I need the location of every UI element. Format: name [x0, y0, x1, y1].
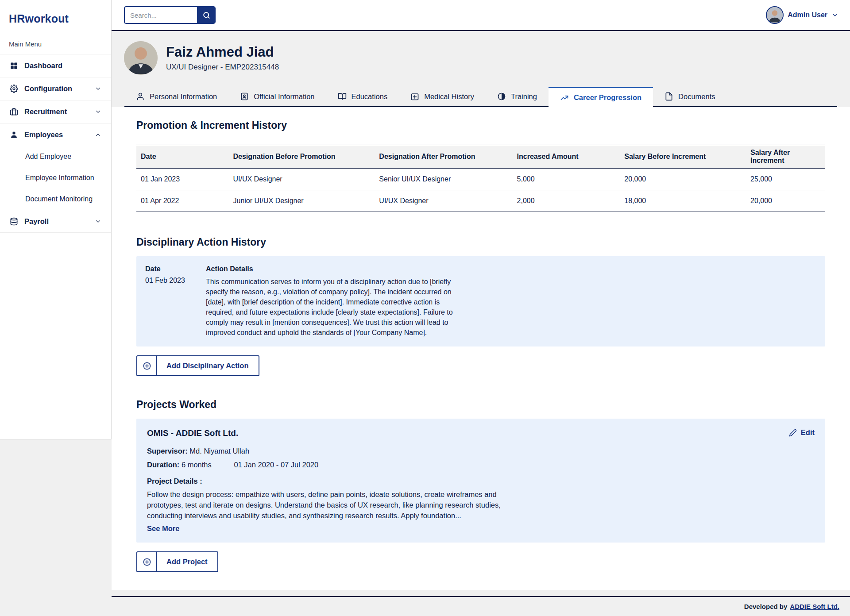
page-footer: Developed by ADDIE Soft Ltd. — [112, 596, 850, 616]
add-disciplinary-action-button[interactable]: Add Disciplinary Action — [136, 355, 259, 376]
project-duration-line: Duration: 6 months 01 Jan 2020 - 07 Jul … — [147, 461, 815, 469]
cell-designation-after: UI/UX Designer — [375, 190, 512, 212]
tab-training[interactable]: Training — [486, 87, 549, 106]
add-project-button[interactable]: Add Project — [136, 551, 218, 572]
brand-logo[interactable]: HRworkout — [0, 0, 111, 25]
gear-icon — [10, 85, 18, 93]
tab-career-progression[interactable]: Career Progression — [549, 87, 653, 107]
cell-date: 01 Apr 2022 — [136, 190, 229, 212]
user-avatar — [766, 6, 784, 24]
employee-avatar — [124, 41, 158, 75]
column-header: Salary After Increment — [746, 145, 825, 169]
main-content: Faiz Ahmed Jiad UX/UI Designer - EMP2023… — [112, 31, 850, 616]
sidebar-item-label: Recruitment — [24, 108, 67, 116]
footer-link[interactable]: ADDIE Soft Ltd. — [790, 603, 839, 610]
project-supervisor-line: Supervisor: Md. Niyamat Ullah — [147, 447, 815, 455]
sidebar-menu-bottom: Payroll — [0, 210, 111, 233]
sidebar-item-employees[interactable]: Employees — [0, 123, 111, 146]
profile-header-text: Faiz Ahmed Jiad UX/UI Designer - EMP2023… — [166, 44, 279, 72]
user-menu[interactable]: Admin User — [766, 6, 838, 24]
plus-circle-icon — [137, 356, 157, 375]
supervisor-label: Supervisor: — [147, 447, 188, 455]
disciplinary-details: This communication serves to inform you … — [206, 277, 465, 338]
cell-date: 01 Jan 2023 — [136, 169, 229, 190]
profile-header: Faiz Ahmed Jiad UX/UI Designer - EMP2023… — [112, 31, 850, 75]
profile-tabs: Personal Information Official Informatio… — [124, 87, 837, 107]
book-icon — [338, 92, 347, 101]
search-icon — [202, 11, 211, 19]
edit-label: Edit — [801, 428, 815, 437]
medical-cross-icon — [410, 92, 419, 101]
cell-salary-before: 18,000 — [620, 190, 746, 212]
cell-designation-before: Junior UI/UX Designer — [229, 190, 375, 212]
chevron-down-icon — [95, 218, 101, 225]
sidebar-item-configuration[interactable]: Configuration — [0, 77, 111, 100]
topbar: Admin User — [112, 0, 850, 31]
tab-documents[interactable]: Documents — [653, 87, 726, 106]
cell-salary-before: 20,000 — [620, 169, 746, 190]
cell-salary-after: 20,000 — [746, 190, 825, 212]
add-disciplinary-action-label: Add Disciplinary Action — [157, 356, 259, 375]
sidebar-menu: Dashboard Configuration Recruitment E — [0, 54, 111, 146]
search-input[interactable] — [124, 6, 197, 24]
cell-salary-after: 25,000 — [746, 169, 825, 190]
cell-increased-amount: 2,000 — [513, 190, 620, 212]
tab-official-information[interactable]: Official Information — [228, 87, 326, 106]
project-date-range: 01 Jan 2020 - 07 Jul 2020 — [234, 461, 318, 469]
projects-section-title: Projects Worked — [136, 399, 825, 411]
plus-circle-icon — [137, 552, 157, 571]
duration-value: 6 months — [182, 461, 212, 469]
disciplinary-panel: Date Action Details 01 Feb 2023 This com… — [136, 256, 825, 346]
tab-personal-information[interactable]: Personal Information — [124, 87, 228, 106]
tab-label: Medical History — [424, 92, 474, 101]
tab-educations[interactable]: Educations — [326, 87, 399, 106]
sidebar-item-recruitment[interactable]: Recruitment — [0, 100, 111, 123]
edit-project-button[interactable]: Edit — [789, 428, 815, 437]
document-icon — [665, 92, 673, 101]
employee-subtitle: UX/UI Designer - EMP202315448 — [166, 63, 279, 72]
employee-name: Faiz Ahmed Jiad — [166, 44, 279, 60]
sidebar-item-label: Employees — [24, 131, 63, 139]
project-name: OMIS - ADDIE Soft Ltd. — [147, 428, 238, 438]
employees-submenu: Add Employee Employee Information Docume… — [0, 146, 111, 210]
table-row: 01 Jan 2023 UI/UX Designer Senior UI/UX … — [136, 169, 825, 190]
search-bar — [124, 6, 216, 24]
disciplinary-section: Disciplinary Action History Date Action … — [136, 236, 825, 376]
sidebar-subitem-employee-information[interactable]: Employee Information — [0, 167, 111, 189]
trending-up-icon — [560, 93, 569, 102]
chevron-down-icon — [95, 108, 101, 115]
promotion-section-title: Promotion & Increment History — [136, 119, 825, 131]
promotion-table-header-row: Date Designation Before Promotion Design… — [136, 145, 825, 169]
project-details-label: Project Details : — [147, 477, 815, 485]
duration-label: Duration: — [147, 461, 179, 469]
tab-label: Documents — [678, 92, 715, 101]
cell-designation-after: Senior UI/UX Designer — [375, 169, 512, 190]
sidebar-item-dashboard[interactable]: Dashboard — [0, 54, 111, 77]
column-header: Designation After Promotion — [375, 145, 512, 169]
cell-designation-before: UI/UX Designer — [229, 169, 375, 190]
topbar-actions: Admin User — [697, 6, 850, 24]
sidebar-item-payroll[interactable]: Payroll — [0, 210, 111, 233]
column-header: Designation Before Promotion — [229, 145, 375, 169]
sidebar-subitem-document-monitoring[interactable]: Document Monitoring — [0, 189, 111, 210]
id-badge-icon — [240, 92, 249, 101]
career-progression-panel: Promotion & Increment History Date Desig… — [112, 107, 850, 590]
project-card: OMIS - ADDIE Soft Ltd. Edit Supervisor: … — [136, 419, 825, 543]
footer-text: Developed by — [744, 603, 788, 610]
tab-label: Official Information — [254, 92, 314, 101]
tab-label: Personal Information — [150, 92, 217, 101]
pencil-icon — [789, 429, 797, 437]
tab-label: Educations — [352, 92, 388, 101]
sidebar-subitem-add-employee[interactable]: Add Employee — [0, 146, 111, 167]
see-more-link[interactable]: See More — [147, 524, 179, 533]
column-header: Salary Before Increment — [620, 145, 746, 169]
tab-medical-history[interactable]: Medical History — [399, 87, 486, 106]
search-button[interactable] — [197, 6, 216, 24]
column-header: Date — [136, 145, 229, 169]
sidebar-item-label: Configuration — [24, 85, 72, 93]
disciplinary-section-title: Disciplinary Action History — [136, 236, 825, 248]
user-name: Admin User — [788, 11, 827, 19]
briefcase-icon — [10, 108, 18, 116]
sidebar-item-label: Payroll — [24, 217, 49, 226]
sidebar-item-label: Dashboard — [24, 62, 62, 70]
